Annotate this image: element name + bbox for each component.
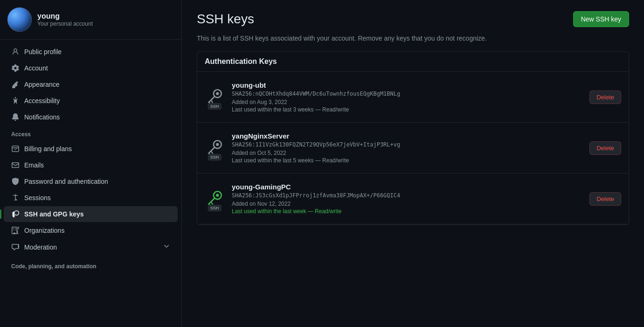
sidebar-item-public-profile[interactable]: Public profile	[4, 44, 178, 60]
main-content: SSH keys New SSH key This is a list of S…	[182, 0, 644, 327]
sidebar-item-label: Appearance	[24, 81, 60, 88]
accessibility-icon	[11, 97, 20, 105]
sidebar-item-label: Billing and plans	[24, 145, 72, 153]
page-header: SSH keys New SSH key	[197, 11, 629, 27]
auth-keys-title: Authentication Keys	[197, 52, 629, 72]
sidebar-item-label: Organizations	[24, 227, 64, 234]
key-hash-2: SHA256:JS3cGsXd1pJFPrroj1zfAvma38FJMopAX…	[232, 192, 582, 199]
sidebar-item-appearance[interactable]: Appearance	[4, 77, 178, 92]
keys-container: Authentication Keys SSH young-ubt SHA256…	[197, 51, 629, 225]
sidebar-item-emails[interactable]: Emails	[4, 157, 178, 173]
paintbrush-icon	[11, 80, 20, 89]
avatar	[7, 7, 32, 32]
key-added-1: Added on Oct 5, 2022	[232, 150, 582, 156]
sidebar-item-label: Emails	[24, 161, 44, 169]
gear-icon	[11, 64, 20, 72]
bell-icon	[11, 113, 20, 121]
svg-rect-0	[12, 146, 19, 152]
svg-point-2	[216, 92, 219, 95]
sidebar: young Your personal account Public profi…	[0, 0, 182, 327]
sidebar-item-billing[interactable]: Billing and plans	[4, 141, 178, 157]
sidebar-item-password[interactable]: Password and authentication	[4, 174, 178, 189]
page-title: SSH keys	[197, 12, 254, 27]
key-used-0: Last used within the last 3 weeks — Read…	[232, 106, 582, 113]
key-name-2: young-GamingPC	[232, 183, 582, 191]
key-icon-wrapper-1: SSH	[205, 138, 224, 159]
key-used-2: Last used within the last week — Read/wr…	[232, 208, 582, 215]
delete-button-0[interactable]: Delete	[589, 90, 621, 104]
key-icon	[11, 210, 20, 218]
key-icon-wrapper-2: SSH	[205, 188, 224, 209]
key-used-1: Last used within the last 5 weeks — Read…	[232, 157, 582, 164]
ssh-badge-1: SSH	[208, 154, 222, 160]
user-section: young Your personal account	[0, 0, 181, 40]
sidebar-item-label: SSH and GPG keys	[24, 210, 84, 218]
moderation-icon	[11, 243, 20, 251]
key-name-0: young-ubt	[232, 81, 582, 89]
sidebar-item-label: Moderation	[24, 244, 57, 251]
delete-button-2[interactable]: Delete	[589, 192, 621, 206]
key-details-2: young-GamingPC SHA256:JS3cGsXd1pJFPrroj1…	[232, 183, 582, 215]
key-details-1: yangNginxServer SHA256:1I1VzGk130FQZN2T2…	[232, 132, 582, 164]
access-section-label: Access	[0, 125, 181, 140]
sessions-icon	[11, 194, 20, 202]
sidebar-item-label: Notifications	[24, 113, 60, 121]
key-hash-0: SHA256:nQCOHtXhdq844VWM/Dc6uTownhzfousEQ…	[232, 90, 582, 97]
key-details-0: young-ubt SHA256:nQCOHtXhdq844VWM/Dc6uTo…	[232, 81, 582, 113]
sidebar-item-account[interactable]: Account	[4, 60, 178, 76]
shield-icon	[11, 177, 20, 186]
svg-point-4	[216, 143, 219, 146]
sidebar-item-moderation[interactable]: Moderation	[4, 239, 178, 255]
key-hash-1: SHA256:1I1VzGk130FQZN2T29QVp56eX7jeVbV+I…	[232, 141, 582, 148]
code-section-label: Code, planning, and automation	[0, 256, 181, 272]
person-icon	[11, 48, 20, 56]
sidebar-item-organizations[interactable]: Organizations	[4, 223, 178, 238]
ssh-badge-2: SSH	[208, 205, 222, 211]
key-added-2: Added on Nov 12, 2022	[232, 201, 582, 207]
key-card-1: SSH yangNginxServer SHA256:1I1VzGk130FQZ…	[197, 123, 629, 174]
sidebar-item-label: Public profile	[24, 48, 62, 56]
delete-button-1[interactable]: Delete	[589, 141, 621, 155]
username: young	[37, 12, 93, 21]
chevron-down-icon	[163, 243, 170, 251]
sidebar-item-sessions[interactable]: Sessions	[4, 190, 178, 206]
sidebar-item-label: Sessions	[24, 194, 51, 202]
new-ssh-key-button[interactable]: New SSH key	[573, 11, 629, 27]
key-added-0: Added on Aug 3, 2022	[232, 99, 582, 105]
nav-section-access: Access Billing and plans Emails	[0, 125, 181, 256]
org-icon	[11, 226, 20, 235]
key-name-1: yangNginxServer	[232, 132, 582, 140]
nav-section-code: Code, planning, and automation	[0, 256, 181, 272]
email-icon	[11, 161, 20, 169]
billing-icon	[11, 145, 20, 153]
sidebar-item-label: Accessibility	[24, 97, 60, 104]
key-icon-wrapper-0: SSH	[205, 87, 224, 108]
nav-section-main: Public profile Account Appearance	[0, 43, 181, 125]
key-card-2: SSH young-GamingPC SHA256:JS3cGsXd1pJFPr…	[197, 174, 629, 224]
sidebar-item-ssh-gpg[interactable]: SSH and GPG keys	[4, 206, 178, 222]
key-card-0: SSH young-ubt SHA256:nQCOHtXhdq844VWM/Dc…	[197, 72, 629, 123]
page-description: This is a list of SSH keys associated wi…	[197, 35, 629, 42]
user-info: young Your personal account	[37, 12, 93, 27]
sidebar-item-label: Account	[24, 64, 48, 72]
svg-point-6	[216, 194, 219, 196]
user-subtitle: Your personal account	[37, 21, 93, 27]
ssh-badge-0: SSH	[208, 103, 222, 110]
sidebar-item-accessibility[interactable]: Accessibility	[4, 93, 178, 109]
sidebar-item-label: Password and authentication	[24, 178, 108, 185]
sidebar-item-notifications[interactable]: Notifications	[4, 109, 178, 125]
